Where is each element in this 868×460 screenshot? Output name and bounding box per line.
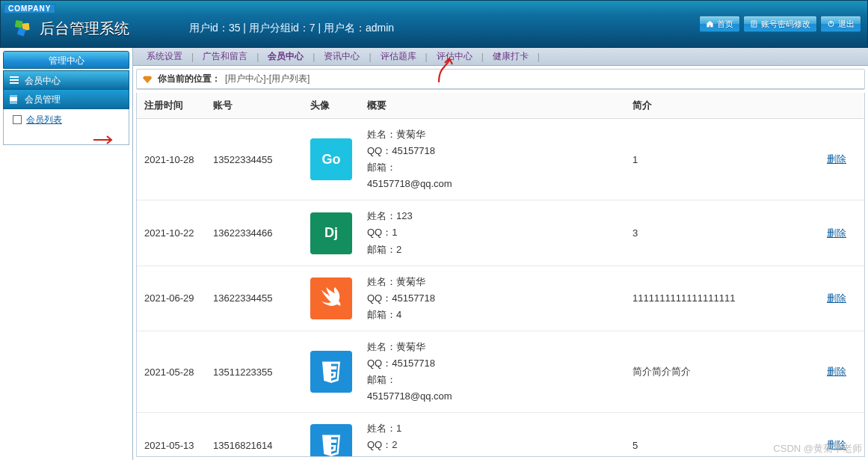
tab-bar: 系统设置 | 广告和留言 | 会员中心 | 资讯中心 | 评估题库 | 评估中心… bbox=[133, 48, 868, 66]
cell-action: 删除 bbox=[819, 331, 864, 412]
top-bar: COMPANY 后台管理系统 用户id：35 | 用户分组id：7 | 用户名：… bbox=[0, 0, 868, 48]
tab-separator: | bbox=[191, 52, 194, 62]
col-summary: 概要 bbox=[360, 93, 625, 119]
cell-summary: 姓名：黄菊华QQ：45157718邮箱：4 bbox=[360, 266, 625, 331]
delete-link[interactable]: 删除 bbox=[827, 153, 846, 165]
tab-separator: | bbox=[425, 52, 428, 62]
cell-intro: 1 bbox=[625, 119, 819, 200]
tab-5[interactable]: 评估中心 bbox=[431, 50, 478, 63]
avatar-icon bbox=[310, 424, 352, 457]
col-reg-time: 注册时间 bbox=[137, 93, 206, 119]
cell-action: 删除 bbox=[819, 200, 864, 266]
col-avatar: 头像 bbox=[303, 93, 360, 119]
col-intro: 简介 bbox=[625, 93, 819, 119]
app-title-group: 后台管理系统 bbox=[13, 18, 129, 39]
breadcrumb-path: [用户中心]-[用户列表] bbox=[225, 73, 310, 85]
avatar-icon: Dj bbox=[310, 212, 352, 254]
location-icon bbox=[143, 74, 153, 85]
cell-reg-time: 2021-05-13 bbox=[137, 413, 206, 457]
table-wrap: 注册时间 账号 头像 概要 简介 2021-10-2813522334455Go… bbox=[136, 93, 865, 457]
sidebar-leaf-member-list[interactable]: 会员列表 bbox=[4, 109, 129, 131]
table-row: 2021-10-2213622334466Dj姓名：123QQ：1邮箱：23删除 bbox=[137, 200, 864, 266]
tab-3[interactable]: 资讯中心 bbox=[318, 50, 366, 63]
breadcrumb-label: 你当前的位置： bbox=[158, 73, 221, 85]
col-account: 账号 bbox=[206, 93, 303, 119]
sidebar-highlight-arrow-icon bbox=[93, 135, 116, 144]
tab-separator: | bbox=[538, 52, 540, 62]
cell-account: 13522334455 bbox=[206, 119, 303, 200]
home-button[interactable]: 首页 bbox=[699, 16, 740, 33]
col-action bbox=[819, 93, 864, 119]
logout-button[interactable]: 退出 bbox=[820, 16, 861, 33]
tab-1[interactable]: 广告和留言 bbox=[197, 50, 253, 63]
table-row: 2021-05-1313516821614姓名：1QQ：2邮箱：35删除 bbox=[137, 413, 864, 457]
tab-separator: | bbox=[313, 52, 315, 62]
cell-summary: 姓名：123QQ：1邮箱：2 bbox=[360, 200, 625, 266]
cell-account: 13622334455 bbox=[206, 266, 303, 331]
tab-separator: | bbox=[369, 52, 371, 62]
cell-action: 删除 bbox=[819, 119, 864, 200]
tab-2[interactable]: 会员中心 bbox=[262, 50, 310, 63]
cell-intro: 5 bbox=[625, 413, 819, 457]
table-row: 2021-05-2813511223355姓名：黄菊华QQ：45157718邮箱… bbox=[137, 331, 864, 412]
cell-summary: 姓名：黄菊华QQ：45157718邮箱：45157718@qq.com bbox=[360, 331, 625, 412]
avatar-icon: Go bbox=[310, 138, 352, 180]
cell-action: 删除 bbox=[819, 266, 864, 331]
cell-intro: 简介简介简介 bbox=[625, 331, 819, 412]
app-title: 后台管理系统 bbox=[40, 19, 129, 39]
avatar-icon bbox=[310, 277, 352, 319]
sidebar-title: 管理中心 bbox=[3, 51, 129, 69]
logo-icon bbox=[13, 18, 34, 39]
delete-link[interactable]: 删除 bbox=[827, 227, 846, 239]
cell-account: 13511223355 bbox=[206, 331, 303, 412]
delete-link[interactable]: 删除 bbox=[827, 439, 846, 450]
cell-intro: 1111111111111111111 bbox=[625, 266, 819, 331]
delete-link[interactable]: 删除 bbox=[827, 366, 846, 377]
cell-avatar bbox=[303, 413, 360, 457]
cell-intro: 3 bbox=[625, 200, 819, 266]
content-area: 系统设置 | 广告和留言 | 会员中心 | 资讯中心 | 评估题库 | 评估中心… bbox=[133, 48, 868, 460]
tab-separator: | bbox=[256, 52, 259, 62]
cell-avatar: Dj bbox=[303, 200, 360, 266]
cell-reg-time: 2021-05-28 bbox=[137, 331, 206, 412]
delete-link[interactable]: 删除 bbox=[827, 292, 846, 304]
cell-avatar bbox=[303, 331, 360, 412]
avatar-icon bbox=[310, 351, 352, 393]
tab-0[interactable]: 系统设置 bbox=[141, 50, 188, 63]
sidebar: 管理中心 会员中心 会员管理 会员列表 bbox=[0, 48, 133, 460]
cell-avatar: Go bbox=[303, 119, 360, 200]
cell-account: 13622334466 bbox=[206, 200, 303, 266]
cell-summary: 姓名：黄菊华QQ：45157718邮箱：45157718@qq.com bbox=[360, 119, 625, 200]
cell-avatar bbox=[303, 266, 360, 331]
tab-4[interactable]: 评估题库 bbox=[375, 50, 422, 63]
svg-rect-0 bbox=[15, 20, 23, 28]
sidebar-link-member-list[interactable]: 会员列表 bbox=[26, 114, 62, 125]
breadcrumb: 你当前的位置： [用户中心]-[用户列表] bbox=[137, 70, 864, 89]
sidebar-box: 会员中心 会员管理 会员列表 bbox=[3, 70, 129, 145]
company-tag: COMPANY bbox=[4, 4, 55, 13]
sidebar-category-members[interactable]: 会员中心 bbox=[3, 70, 129, 90]
cell-account: 13516821614 bbox=[206, 413, 303, 457]
top-actions: 首页 账号密码修改 退出 bbox=[699, 16, 861, 33]
cell-reg-time: 2021-06-29 bbox=[137, 266, 206, 331]
cell-action: 删除 bbox=[819, 413, 864, 457]
table-row: 2021-10-2813522334455Go姓名：黄菊华QQ：45157718… bbox=[137, 119, 864, 200]
member-table: 注册时间 账号 头像 概要 简介 2021-10-2813522334455Go… bbox=[137, 93, 864, 457]
cell-summary: 姓名：1QQ：2邮箱：3 bbox=[360, 413, 625, 457]
cell-reg-time: 2021-10-28 bbox=[137, 119, 206, 200]
sidebar-sub-member-mgmt[interactable]: 会员管理 bbox=[3, 90, 129, 109]
tab-6[interactable]: 健康打卡 bbox=[487, 50, 535, 63]
session-info: 用户id：35 | 用户分组id：7 | 用户名：admin bbox=[189, 22, 394, 35]
cell-reg-time: 2021-10-22 bbox=[137, 200, 206, 266]
tab-separator: | bbox=[481, 52, 484, 62]
table-row: 2021-06-2913622334455姓名：黄菊华QQ：45157718邮箱… bbox=[137, 266, 864, 331]
change-password-button[interactable]: 账号密码修改 bbox=[743, 16, 817, 33]
